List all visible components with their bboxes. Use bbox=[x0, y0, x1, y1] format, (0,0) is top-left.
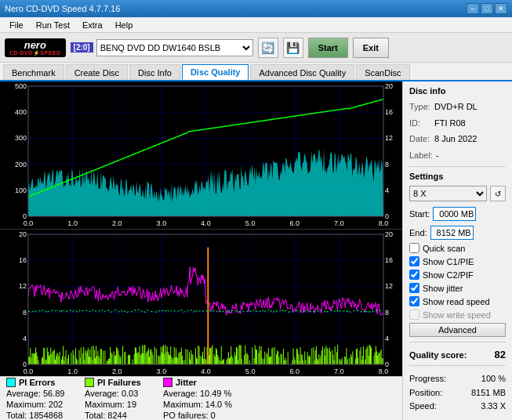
pi-failures-max-value: 19 bbox=[127, 400, 136, 409]
start-mb-input[interactable] bbox=[433, 207, 476, 221]
tab-create-disc[interactable]: Create Disc bbox=[66, 64, 128, 80]
tab-disc-quality[interactable]: Disc Quality bbox=[182, 64, 249, 80]
app-title: Nero CD-DVD Speed 4.7.7.16 bbox=[5, 4, 120, 13]
show-c2pif-label: Show C2/PIF bbox=[423, 270, 474, 280]
jitter-avg-label: Average: bbox=[163, 389, 198, 398]
tab-scandisc[interactable]: ScanDisc bbox=[356, 64, 409, 80]
jitter-legend-box bbox=[163, 378, 172, 387]
jitter-stats: Jitter Average: 10.49 % Maximum: 14.0 % … bbox=[163, 378, 232, 420]
settings-title: Settings bbox=[409, 172, 506, 181]
exit-button[interactable]: Exit bbox=[353, 38, 389, 58]
menu-extra[interactable]: Extra bbox=[76, 19, 109, 31]
label-label: Label: bbox=[409, 149, 433, 162]
pi-errors-total-label: Total: bbox=[6, 411, 27, 420]
main-content: PI Errors Average: 56.89 Maximum: 202 To… bbox=[0, 81, 512, 420]
progress-label: Progress: bbox=[409, 372, 446, 386]
speed-value: 3.33 X bbox=[481, 400, 506, 414]
pi-failures-max-label: Maximum: bbox=[85, 400, 125, 409]
type-label: Type: bbox=[409, 100, 431, 114]
id-value: FTI R08 bbox=[434, 117, 466, 130]
close-button[interactable]: ✕ bbox=[495, 3, 507, 14]
drive-dropdown[interactable]: BENQ DVD DD DW1640 BSLB bbox=[96, 39, 253, 56]
pi-errors-max-value: 202 bbox=[49, 400, 63, 409]
pi-failures-avg-label: Average: bbox=[85, 389, 119, 398]
menu-file[interactable]: File bbox=[3, 19, 30, 31]
advanced-button[interactable]: Advanced bbox=[409, 323, 506, 337]
pi-failures-avg-value: 0.03 bbox=[122, 389, 138, 398]
pi-errors-label: PI Errors bbox=[19, 378, 55, 387]
pi-errors-avg-label: Average: bbox=[6, 389, 41, 398]
speed-label: Speed: bbox=[409, 400, 437, 414]
logo-cddvd: CD·DVD⚡SPEED bbox=[9, 50, 61, 56]
pi-failures-legend-box bbox=[85, 378, 94, 387]
logo-nero: nero bbox=[24, 40, 46, 50]
lower-chart bbox=[0, 229, 402, 377]
pi-errors-legend-box bbox=[6, 378, 16, 387]
quick-scan-checkbox[interactable] bbox=[409, 243, 419, 253]
pi-failures-total-value: 8244 bbox=[107, 411, 126, 420]
show-write-speed-checkbox[interactable] bbox=[409, 310, 419, 320]
divider2 bbox=[409, 342, 506, 342]
position-label: Position: bbox=[409, 386, 442, 400]
drive-select-area: [2:0] BENQ DVD DD DW1640 BSLB bbox=[71, 39, 253, 56]
show-jitter-label: Show jitter bbox=[423, 284, 463, 293]
label-value: - bbox=[436, 149, 439, 162]
menubar: File Run Test Extra Help bbox=[0, 17, 512, 33]
jitter-avg-value: 10.49 % bbox=[200, 389, 231, 398]
refresh-button[interactable]: 🔄 bbox=[258, 38, 278, 58]
tab-benchmark[interactable]: Benchmark bbox=[3, 64, 64, 80]
show-write-speed-label: Show write speed bbox=[423, 310, 491, 320]
disc-info-title: Disc info bbox=[409, 86, 506, 96]
jitter-max-label: Maximum: bbox=[163, 400, 203, 409]
pi-errors-total-value: 1854868 bbox=[29, 411, 63, 420]
show-jitter-checkbox[interactable] bbox=[409, 283, 419, 293]
jitter-label: Jitter bbox=[176, 378, 197, 387]
show-c2pif-checkbox[interactable] bbox=[409, 270, 419, 280]
drive-badge: [2:0] bbox=[71, 42, 93, 52]
quick-scan-label: Quick scan bbox=[423, 244, 465, 253]
maximize-button[interactable]: □ bbox=[481, 3, 493, 14]
charts-area bbox=[0, 81, 402, 376]
speed-refresh-button[interactable]: ↺ bbox=[490, 186, 506, 201]
id-label: ID: bbox=[409, 117, 431, 130]
toolbar: nero CD·DVD⚡SPEED [2:0] BENQ DVD DD DW16… bbox=[0, 33, 512, 63]
pi-failures-stats: PI Failures Average: 0.03 Maximum: 19 To… bbox=[85, 378, 147, 420]
show-c1pie-checkbox[interactable] bbox=[409, 256, 419, 266]
position-value: 8151 MB bbox=[471, 386, 506, 400]
menu-run-test[interactable]: Run Test bbox=[30, 19, 76, 31]
pi-errors-stats: PI Errors Average: 56.89 Maximum: 202 To… bbox=[6, 378, 69, 420]
end-mb-input[interactable] bbox=[430, 226, 474, 240]
pi-errors-max-label: Maximum: bbox=[6, 400, 46, 409]
tab-advanced-disc-quality[interactable]: Advanced Disc Quality bbox=[250, 64, 354, 80]
titlebar: Nero CD-DVD Speed 4.7.7.16 – □ ✕ bbox=[0, 0, 512, 17]
start-mb-label: Start: bbox=[409, 209, 430, 219]
pi-failures-total-label: Total: bbox=[85, 411, 105, 420]
pi-errors-avg-value: 56.89 bbox=[43, 389, 65, 398]
progress-section: Progress: 100 % Position: 8151 MB Speed:… bbox=[409, 372, 506, 414]
show-c1pie-label: Show C1/PIE bbox=[423, 257, 474, 266]
pi-failures-label: PI Failures bbox=[97, 378, 141, 387]
quality-score-value: 82 bbox=[495, 349, 506, 360]
divider3 bbox=[409, 365, 506, 366]
minimize-button[interactable]: – bbox=[467, 3, 479, 14]
jitter-po-value: 0 bbox=[211, 411, 216, 420]
speed-select[interactable]: 8 X Max 4 X 12 X 16 X bbox=[409, 186, 487, 201]
tab-disc-info[interactable]: Disc Info bbox=[129, 64, 180, 80]
menu-help[interactable]: Help bbox=[109, 19, 140, 31]
show-read-speed-label: Show read speed bbox=[423, 297, 490, 306]
date-label: Date: bbox=[409, 132, 431, 146]
date-value: 8 Jun 2022 bbox=[434, 132, 477, 146]
jitter-po-label: PO failures: bbox=[163, 411, 208, 420]
upper-chart bbox=[0, 81, 402, 229]
progress-value: 100 % bbox=[481, 372, 506, 386]
right-panel: Disc info Type: DVD+R DL ID: FTI R08 Dat… bbox=[402, 81, 512, 420]
type-value: DVD+R DL bbox=[434, 100, 478, 114]
show-read-speed-checkbox[interactable] bbox=[409, 296, 419, 306]
start-button[interactable]: Start bbox=[308, 38, 348, 58]
save-button[interactable]: 💾 bbox=[283, 38, 303, 58]
tabs: Benchmark Create Disc Disc Info Disc Qua… bbox=[0, 63, 512, 81]
end-mb-label: End: bbox=[409, 228, 427, 237]
stats-bar: PI Errors Average: 56.89 Maximum: 202 To… bbox=[0, 376, 402, 420]
divider1 bbox=[409, 166, 506, 167]
app-logo: nero CD·DVD⚡SPEED bbox=[5, 38, 66, 57]
